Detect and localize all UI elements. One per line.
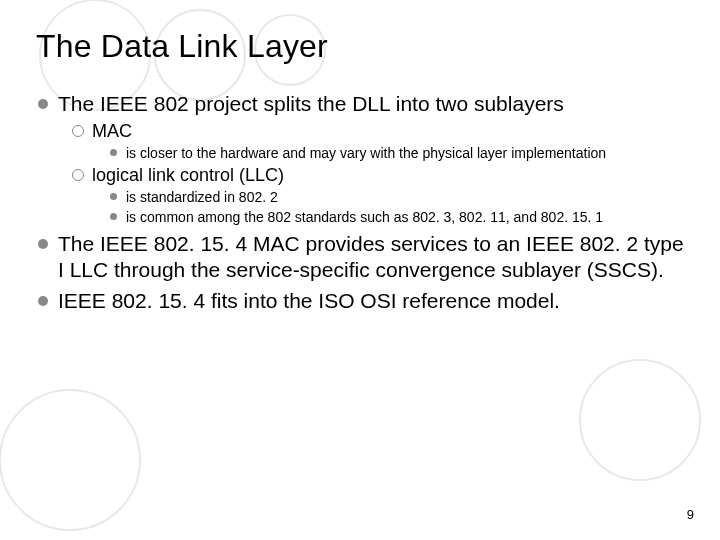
page-number: 9 bbox=[687, 507, 694, 522]
bullet-text: is closer to the hardware and may vary w… bbox=[126, 145, 606, 161]
bullet-text: logical link control (LLC) bbox=[92, 165, 284, 185]
bullet-l3: is closer to the hardware and may vary w… bbox=[110, 144, 684, 162]
bullet-l3: is standardized in 802. 2 bbox=[110, 188, 684, 206]
slide-title: The Data Link Layer bbox=[36, 28, 684, 65]
bullet-l1: IEEE 802. 15. 4 fits into the ISO OSI re… bbox=[36, 288, 684, 315]
bullet-text: is common among the 802 standards such a… bbox=[126, 209, 603, 225]
bullet-l2: MAC is closer to the hardware and may va… bbox=[72, 120, 684, 162]
bullet-l3: is common among the 802 standards such a… bbox=[110, 208, 684, 226]
bullet-l1: The IEEE 802. 15. 4 MAC provides service… bbox=[36, 231, 684, 285]
bullet-text: is standardized in 802. 2 bbox=[126, 189, 278, 205]
bullet-l2: logical link control (LLC) is standardiz… bbox=[72, 164, 684, 226]
bullet-list-level2: MAC is closer to the hardware and may va… bbox=[58, 120, 684, 227]
bullet-l1: The IEEE 802 project splits the DLL into… bbox=[36, 91, 684, 227]
bullet-text: The IEEE 802. 15. 4 MAC provides service… bbox=[58, 232, 684, 282]
bullet-list-level1: The IEEE 802 project splits the DLL into… bbox=[36, 91, 684, 315]
slide: The Data Link Layer The IEEE 802 project… bbox=[0, 0, 720, 540]
bullet-text: The IEEE 802 project splits the DLL into… bbox=[58, 92, 564, 115]
bullet-text: MAC bbox=[92, 121, 132, 141]
bullet-text: IEEE 802. 15. 4 fits into the ISO OSI re… bbox=[58, 289, 560, 312]
bullet-list-level3: is closer to the hardware and may vary w… bbox=[92, 144, 684, 162]
bullet-list-level3: is standardized in 802. 2 is common amon… bbox=[92, 188, 684, 226]
